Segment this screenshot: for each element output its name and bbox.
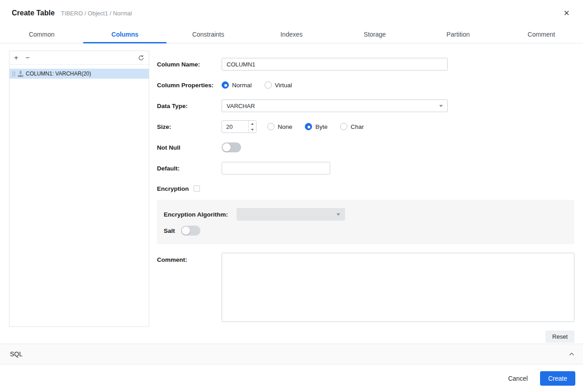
close-icon[interactable]: × bbox=[562, 7, 571, 19]
remove-column-button[interactable]: − bbox=[25, 54, 29, 61]
encryption-algorithm-label: Encryption Algorithm: bbox=[164, 211, 237, 218]
chevron-up-icon[interactable] bbox=[569, 352, 574, 356]
not-null-label: Not Null bbox=[157, 144, 222, 151]
column-list: ABC COLUMN1: VARCHAR(20) bbox=[9, 65, 149, 79]
radio-option-byte[interactable]: Byte bbox=[305, 123, 327, 130]
reset-button[interactable]: Reset bbox=[545, 331, 574, 343]
tab-columns[interactable]: Columns bbox=[83, 26, 166, 43]
data-type-value: VARCHAR bbox=[227, 103, 255, 109]
radio-option-char[interactable]: Char bbox=[340, 123, 364, 130]
radio-option-virtual[interactable]: Virtual bbox=[265, 81, 292, 89]
add-column-button[interactable]: + bbox=[14, 54, 18, 61]
tab-constraints[interactable]: Constraints bbox=[166, 26, 250, 43]
tab-common[interactable]: Common bbox=[0, 26, 83, 43]
encryption-algorithm-select[interactable] bbox=[237, 208, 345, 221]
comment-label: Comment: bbox=[157, 253, 222, 263]
comment-row: Comment: bbox=[157, 253, 574, 322]
not-null-toggle[interactable] bbox=[222, 142, 241, 152]
sql-section-header[interactable]: SQL bbox=[0, 344, 583, 364]
column-list-panel: + − bbox=[9, 51, 149, 327]
data-type-row: Data Type: VARCHAR bbox=[157, 95, 574, 116]
string-column-icon: ABC bbox=[18, 71, 24, 77]
spin-up-icon[interactable] bbox=[249, 121, 256, 127]
radio-char-label: Char bbox=[351, 123, 364, 130]
radio-normal-label: Normal bbox=[232, 82, 252, 89]
chevron-down-icon bbox=[439, 105, 443, 107]
encryption-label: Encryption bbox=[157, 185, 189, 192]
size-label: Size: bbox=[157, 123, 222, 130]
size-row: Size: None Byte bbox=[157, 116, 574, 137]
encryption-row: Encryption bbox=[157, 179, 574, 198]
dialog-footer: Cancel Create bbox=[0, 364, 583, 392]
column-list-toolbar: + − bbox=[9, 51, 149, 65]
create-button[interactable]: Create bbox=[540, 371, 575, 386]
create-table-dialog: Create Table TIBERO / Object1 / Normal ×… bbox=[0, 0, 583, 392]
column-name-row: Column Name: bbox=[157, 54, 574, 75]
tab-partition[interactable]: Partition bbox=[417, 26, 500, 43]
dialog-title: Create Table bbox=[12, 9, 55, 17]
data-type-select[interactable]: VARCHAR bbox=[222, 99, 448, 112]
svg-text:ABC: ABC bbox=[18, 75, 24, 77]
size-input[interactable] bbox=[222, 121, 248, 132]
column-properties-radio-group: Normal Virtual bbox=[222, 81, 292, 89]
salt-row: Salt bbox=[164, 223, 568, 238]
default-row: Default: bbox=[157, 158, 574, 179]
encryption-algorithm-row: Encryption Algorithm: bbox=[164, 205, 568, 223]
radio-normal-icon bbox=[222, 81, 229, 89]
cancel-button[interactable]: Cancel bbox=[503, 371, 532, 386]
chevron-down-icon bbox=[337, 213, 340, 216]
tab-comment[interactable]: Comment bbox=[500, 26, 583, 43]
dialog-header: Create Table TIBERO / Object1 / Normal × bbox=[0, 0, 583, 26]
size-spin-buttons bbox=[248, 121, 256, 132]
size-unit-radio-group: None Byte Char bbox=[267, 123, 364, 130]
default-input[interactable] bbox=[222, 162, 330, 175]
refresh-icon[interactable] bbox=[138, 55, 144, 61]
salt-label: Salt bbox=[164, 227, 175, 234]
radio-option-normal[interactable]: Normal bbox=[222, 81, 252, 89]
radio-none-icon bbox=[267, 123, 275, 130]
comment-textarea[interactable] bbox=[222, 253, 574, 322]
column-form: Column Name: Column Properties: Normal V… bbox=[157, 51, 574, 344]
encryption-panel: Encryption Algorithm: Salt bbox=[157, 200, 574, 244]
sql-section-label: SQL bbox=[10, 350, 23, 358]
column-name-input[interactable] bbox=[222, 58, 448, 71]
not-null-row: Not Null bbox=[157, 137, 574, 158]
salt-toggle[interactable] bbox=[181, 226, 200, 236]
column-properties-row: Column Properties: Normal Virtual bbox=[157, 75, 574, 95]
radio-byte-label: Byte bbox=[315, 123, 327, 130]
tab-bar: Common Columns Constraints Indexes Stora… bbox=[0, 26, 583, 43]
tab-indexes[interactable]: Indexes bbox=[250, 26, 333, 43]
radio-char-icon bbox=[340, 123, 347, 130]
list-item-label: COLUMN1: VARCHAR(20) bbox=[26, 71, 91, 77]
reset-row: Reset bbox=[157, 331, 574, 343]
drag-handle-icon[interactable] bbox=[12, 71, 15, 76]
breadcrumb: TIBERO / Object1 / Normal bbox=[61, 10, 132, 17]
list-item[interactable]: ABC COLUMN1: VARCHAR(20) bbox=[9, 69, 149, 79]
radio-option-none[interactable]: None bbox=[267, 123, 292, 130]
column-name-label: Column Name: bbox=[157, 61, 222, 68]
tab-storage[interactable]: Storage bbox=[333, 26, 417, 43]
radio-virtual-label: Virtual bbox=[275, 82, 292, 89]
encryption-checkbox[interactable] bbox=[194, 185, 200, 192]
column-properties-label: Column Properties: bbox=[157, 82, 222, 89]
data-type-label: Data Type: bbox=[157, 103, 222, 109]
radio-none-label: None bbox=[278, 123, 292, 130]
default-label: Default: bbox=[157, 165, 222, 172]
dialog-body: + − bbox=[0, 43, 583, 344]
radio-byte-icon bbox=[305, 123, 312, 130]
radio-virtual-icon bbox=[265, 81, 272, 89]
spin-down-icon[interactable] bbox=[249, 127, 256, 132]
size-stepper bbox=[222, 120, 256, 133]
